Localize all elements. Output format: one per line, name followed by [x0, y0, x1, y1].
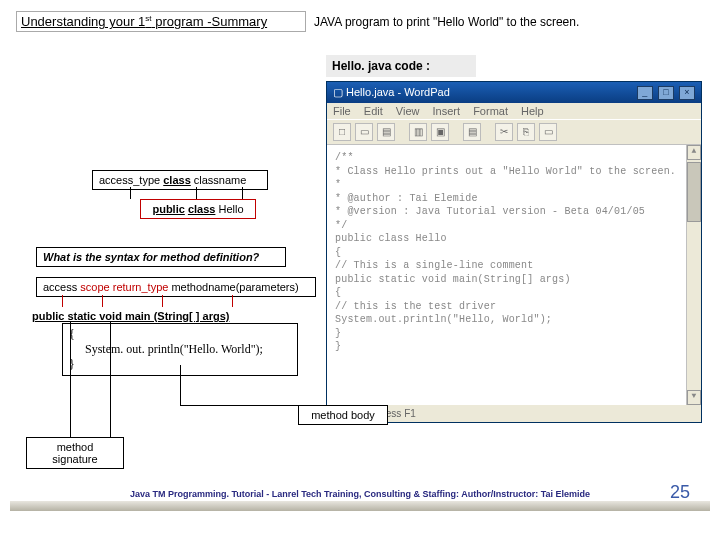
maximize-icon[interactable]: □: [658, 86, 674, 100]
annotation-public-class: public class Hello: [140, 199, 256, 219]
code-line: * @author : Tai Elemide: [335, 192, 693, 206]
code-line: */: [335, 219, 693, 233]
annotation-method-signature-label: method signature: [26, 437, 124, 469]
tb-preview-icon[interactable]: ▣: [431, 123, 449, 141]
code-line: }: [335, 340, 693, 354]
menu-view[interactable]: View: [396, 105, 420, 117]
tb-print-icon[interactable]: ▥: [409, 123, 427, 141]
slide-title: Understanding your 1st program -Summary: [16, 11, 306, 32]
code-line: public static void main(String[] args): [335, 273, 693, 287]
tb-find-icon[interactable]: ▤: [463, 123, 481, 141]
scroll-thumb[interactable]: [687, 162, 701, 222]
tb-new-icon[interactable]: □: [333, 123, 351, 141]
code-line: *: [335, 178, 693, 192]
window-controls[interactable]: _ □ ×: [635, 85, 695, 100]
tb-save-icon[interactable]: ▤: [377, 123, 395, 141]
scrollbar[interactable]: ▲ ▼: [686, 145, 701, 405]
menu-file[interactable]: File: [333, 105, 351, 117]
tb-cut-icon[interactable]: ✂: [495, 123, 513, 141]
code-line: System.out.println("Hello, World");: [335, 313, 693, 327]
tb-paste-icon[interactable]: ▭: [539, 123, 557, 141]
close-icon[interactable]: ×: [679, 86, 695, 100]
scroll-up-icon[interactable]: ▲: [687, 145, 701, 160]
scroll-down-icon[interactable]: ▼: [687, 390, 701, 405]
menu-help[interactable]: Help: [521, 105, 544, 117]
wordpad-title: ▢ Hello.java - WordPad: [333, 86, 450, 99]
annotation-method-body-label: method body: [298, 405, 388, 425]
code-line: /**: [335, 151, 693, 165]
wordpad-editor[interactable]: /** * Class Hello prints out a "Hello Wo…: [327, 145, 701, 405]
code-line: // this is the test driver: [335, 300, 693, 314]
code-line: {: [335, 246, 693, 260]
menu-insert[interactable]: Insert: [433, 105, 461, 117]
code-label: Hello. java code :: [326, 55, 476, 77]
wordpad-window: ▢ Hello.java - WordPad _ □ × File Edit V…: [326, 81, 702, 423]
code-line: // This is a single-line comment: [335, 259, 693, 273]
wordpad-titlebar: ▢ Hello.java - WordPad _ □ ×: [327, 82, 701, 103]
page-number: 25: [670, 482, 690, 503]
annotation-method-decl: access scope return_type methodname(para…: [36, 277, 316, 297]
menu-format[interactable]: Format: [473, 105, 508, 117]
code-line: {: [335, 286, 693, 300]
code-line: * Class Hello prints out a "Hello World"…: [335, 165, 693, 179]
code-line: }: [335, 327, 693, 341]
code-line: * @version : Java Tutorial version - Bet…: [335, 205, 693, 219]
tb-open-icon[interactable]: ▭: [355, 123, 373, 141]
slide-description: JAVA program to print "Hello World" to t…: [314, 15, 579, 29]
annotation-question: What is the syntax for method definition…: [36, 247, 286, 267]
wordpad-menubar[interactable]: File Edit View Insert Format Help: [327, 103, 701, 119]
tb-copy-icon[interactable]: ⎘: [517, 123, 535, 141]
footer-band: [10, 501, 710, 511]
menu-edit[interactable]: Edit: [364, 105, 383, 117]
minimize-icon[interactable]: _: [637, 86, 653, 100]
code-line: public class Hello: [335, 232, 693, 246]
wordpad-toolbar[interactable]: □ ▭ ▤ ▥ ▣ ▤ ✂ ⎘ ▭: [327, 119, 701, 145]
footer-text: Java TM Programming. Tutorial - Lanrel T…: [10, 489, 710, 499]
